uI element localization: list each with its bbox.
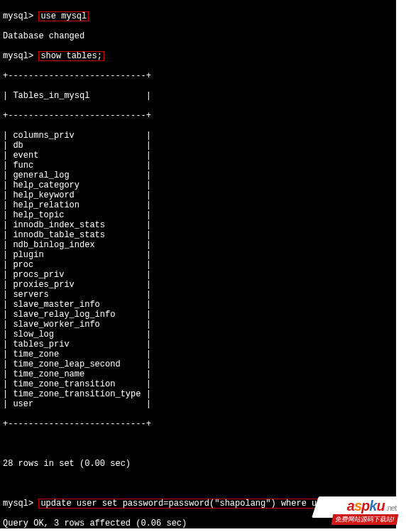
table-row: | ndb_binlog_index | — [0, 240, 396, 250]
blank — [0, 479, 396, 489]
table-row: | time_zone | — [0, 349, 396, 359]
table-row: | time_zone_name | — [0, 369, 396, 379]
table-row: | slave_worker_info | — [0, 320, 396, 330]
table-row: | proxies_priv | — [0, 280, 396, 290]
table-row: | innodb_table_stats | — [0, 230, 396, 240]
table-row: | func | — [0, 161, 396, 170]
rows-in-set-1: 28 rows in set (0.00 sec) — [0, 459, 396, 469]
table-row: | plugin | — [0, 250, 396, 260]
prompt-line-1: mysql> use mysql — [0, 11, 396, 21]
table-row: | help_topic | — [0, 210, 396, 220]
table-border: +---------------------------+ — [0, 419, 396, 429]
table-border: +---------------------------+ — [0, 71, 396, 81]
table-row: | slave_master_info | — [0, 300, 396, 310]
table-row: | tables_priv | — [0, 340, 396, 349]
cmd-use-mysql: use mysql — [38, 11, 89, 21]
table-row: | event | — [0, 151, 396, 161]
table-row: | procs_priv | — [0, 270, 396, 280]
table-row: | columns_priv | — [0, 131, 396, 141]
table-row: | innodb_index_stats | — [0, 220, 396, 230]
table-row: | time_zone_transition_type | — [0, 389, 396, 399]
table-header: | Tables_in_mysql | — [0, 91, 396, 101]
table-row: | proc | — [0, 260, 396, 270]
table-row: | servers | — [0, 290, 396, 300]
table-row: | help_category | — [0, 180, 396, 190]
table-row: | time_zone_leap_second | — [0, 359, 396, 369]
table-row: | slave_relay_log_info | — [0, 310, 396, 320]
mysql-terminal[interactable]: mysql> use mysql Database changed mysql>… — [0, 0, 396, 528]
table-row: | general_log | — [0, 170, 396, 180]
blank — [0, 439, 396, 449]
table-row: | help_relation | — [0, 200, 396, 210]
table-border: +---------------------------+ — [0, 111, 396, 121]
table-row: | time_zone_transition | — [0, 379, 396, 389]
table-row: | db | — [0, 141, 396, 151]
table-row: | help_keyword | — [0, 190, 396, 200]
prompt-line-2: mysql> show tables; — [0, 51, 396, 61]
prompt: mysql> — [3, 11, 33, 21]
logo-text: aspku.net — [347, 498, 396, 514]
prompt: mysql> — [3, 499, 33, 509]
watermark-logo: aspku.net 免费网站源码下载站! — [315, 496, 400, 526]
table-row: | slow_log | — [0, 330, 396, 340]
cmd-show-tables: show tables; — [38, 51, 104, 61]
logo-subtitle: 免费网站源码下载站! — [331, 514, 398, 525]
table-row: | user | — [0, 399, 396, 409]
response-db-changed: Database changed — [0, 31, 396, 41]
prompt: mysql> — [3, 51, 33, 61]
